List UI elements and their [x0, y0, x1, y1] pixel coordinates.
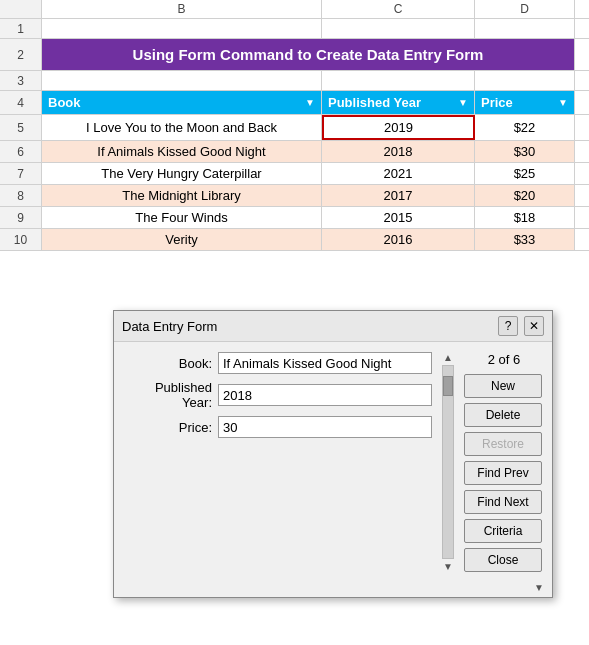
dialog-fields: Book: Published Year: Price:: [122, 352, 432, 572]
table-row: 5 I Love You to the Moon and Back 2019 $…: [0, 115, 589, 141]
cell-9-price[interactable]: $18: [475, 207, 575, 228]
cell-10-year[interactable]: 2016: [322, 229, 475, 250]
cell-6-book[interactable]: If Animals Kissed Good Night: [42, 141, 322, 162]
header-book-dropdown[interactable]: ▼: [305, 97, 315, 108]
scroll-track[interactable]: [442, 365, 454, 559]
col-header-C: C: [322, 0, 475, 18]
cell-8-book[interactable]: The Midnight Library: [42, 185, 322, 206]
dialog-book-input[interactable]: [218, 352, 432, 374]
rownum-5: 5: [0, 115, 42, 140]
dialog-field-year-row: Published Year:: [122, 380, 432, 410]
cell-3-price: [475, 71, 575, 90]
row-4-header: 4 Book ▼ Published Year ▼ Price ▼: [0, 91, 589, 115]
rownum-6: 6: [0, 141, 42, 162]
cell-8-year[interactable]: 2017: [322, 185, 475, 206]
col-header-B: B: [42, 0, 322, 18]
dialog-help-button[interactable]: ?: [498, 316, 518, 336]
dialog-field-book-row: Book:: [122, 352, 432, 374]
cell-10-price[interactable]: $33: [475, 229, 575, 250]
dialog-scrollbar[interactable]: ▲ ▼: [440, 352, 456, 572]
cell-1-year: [322, 19, 475, 38]
row-2: 2 Using Form Command to Create Data Entr…: [0, 39, 589, 71]
scroll-down-arrow[interactable]: ▼: [443, 561, 453, 572]
cell-7-book[interactable]: The Very Hungry Caterpillar: [42, 163, 322, 184]
close-button[interactable]: Close: [464, 548, 542, 572]
cell-3-book: [42, 71, 322, 90]
dialog-buttons: 2 of 6 New Delete Restore Find Prev Find…: [464, 352, 544, 572]
restore-button[interactable]: Restore: [464, 432, 542, 456]
dialog-book-label: Book:: [122, 356, 212, 371]
rownum-9: 9: [0, 207, 42, 228]
table-row: 6 If Animals Kissed Good Night 2018 $30: [0, 141, 589, 163]
cell-9-year[interactable]: 2015: [322, 207, 475, 228]
header-price[interactable]: Price ▼: [475, 91, 575, 114]
cell-5-book[interactable]: I Love You to the Moon and Back: [42, 115, 322, 140]
bottom-scroll-arrow[interactable]: ▼: [534, 582, 544, 593]
header-price-label: Price: [481, 95, 513, 110]
scroll-thumb[interactable]: [443, 376, 453, 396]
scroll-up-arrow[interactable]: ▲: [443, 352, 453, 363]
cell-8-price[interactable]: $20: [475, 185, 575, 206]
find-prev-button[interactable]: Find Prev: [464, 461, 542, 485]
grid: 1 2 Using Form Command to Create Data En…: [0, 19, 589, 251]
spreadsheet: B C D 1 2 Using Form Command to Create D…: [0, 0, 589, 251]
dialog-year-input[interactable]: [218, 384, 432, 406]
cell-7-price[interactable]: $25: [475, 163, 575, 184]
cell-1-price: [475, 19, 575, 38]
dialog-year-label: Published Year:: [122, 380, 212, 410]
header-year-dropdown[interactable]: ▼: [458, 97, 468, 108]
dialog-record-info: 2 of 6: [464, 352, 544, 367]
rownum-4: 4: [0, 91, 42, 114]
data-entry-dialog: Data Entry Form ? ✕ Book: Published Year…: [113, 310, 553, 598]
rownum-1: 1: [0, 19, 42, 38]
cell-5-price[interactable]: $22: [475, 115, 575, 140]
table-row: 7 The Very Hungry Caterpillar 2021 $25: [0, 163, 589, 185]
rownum-8: 8: [0, 185, 42, 206]
find-next-button[interactable]: Find Next: [464, 490, 542, 514]
dialog-body: Book: Published Year: Price: ▲ ▼ 2 of 6: [114, 342, 552, 580]
cell-9-book[interactable]: The Four Winds: [42, 207, 322, 228]
dialog-bottom-scroll: ▼: [114, 580, 552, 597]
row-1: 1: [0, 19, 589, 39]
row-3: 3: [0, 71, 589, 91]
title-cell: Using Form Command to Create Data Entry …: [42, 39, 575, 70]
header-year-label: Published Year: [328, 95, 421, 110]
dialog-field-price-row: Price:: [122, 416, 432, 438]
header-price-dropdown[interactable]: ▼: [558, 97, 568, 108]
header-book-label: Book: [48, 95, 81, 110]
col-header-row: B C D: [0, 0, 589, 19]
table-row: 10 Verity 2016 $33: [0, 229, 589, 251]
table-row: 8 The Midnight Library 2017 $20: [0, 185, 589, 207]
cell-6-price[interactable]: $30: [475, 141, 575, 162]
cell-6-year[interactable]: 2018: [322, 141, 475, 162]
row-num-spacer: [0, 0, 42, 18]
dialog-title-controls: ? ✕: [498, 316, 544, 336]
dialog-price-label: Price:: [122, 420, 212, 435]
delete-button[interactable]: Delete: [464, 403, 542, 427]
dialog-window-close-button[interactable]: ✕: [524, 316, 544, 336]
header-year[interactable]: Published Year ▼: [322, 91, 475, 114]
cell-1-book: [42, 19, 322, 38]
rownum-3: 3: [0, 71, 42, 90]
cell-10-book[interactable]: Verity: [42, 229, 322, 250]
rownum-2: 2: [0, 39, 42, 70]
col-header-D: D: [475, 0, 575, 18]
criteria-button[interactable]: Criteria: [464, 519, 542, 543]
table-row: 9 The Four Winds 2015 $18: [0, 207, 589, 229]
rownum-7: 7: [0, 163, 42, 184]
new-button[interactable]: New: [464, 374, 542, 398]
dialog-price-input[interactable]: [218, 416, 432, 438]
cell-3-year: [322, 71, 475, 90]
header-book[interactable]: Book ▼: [42, 91, 322, 114]
dialog-title: Data Entry Form: [122, 319, 217, 334]
dialog-titlebar: Data Entry Form ? ✕: [114, 311, 552, 342]
rownum-10: 10: [0, 229, 42, 250]
cell-7-year[interactable]: 2021: [322, 163, 475, 184]
cell-5-year[interactable]: 2019: [322, 115, 475, 140]
